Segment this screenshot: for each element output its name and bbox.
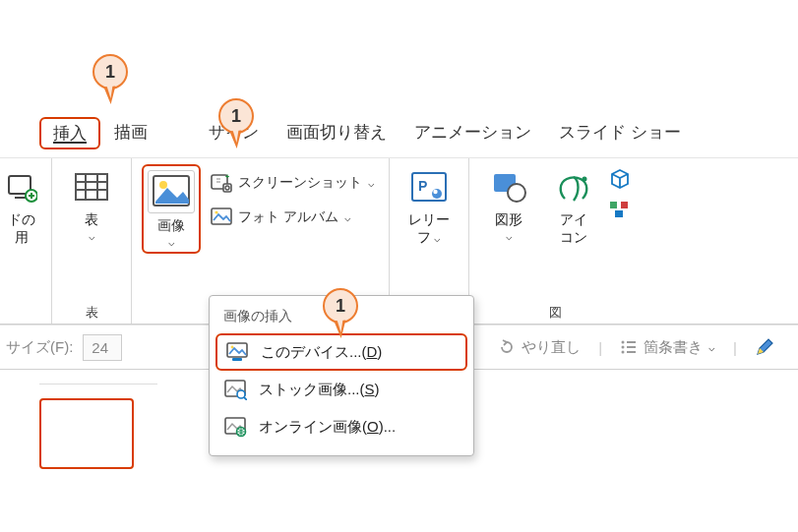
group-label-slides bbox=[20, 307, 24, 322]
tab-animation[interactable]: アニメーション bbox=[400, 117, 545, 149]
svg-point-17 bbox=[583, 177, 587, 182]
icons-label-l1: アイ bbox=[560, 211, 587, 229]
group-slides: ドの 用 bbox=[0, 158, 52, 324]
menu-item-online-images[interactable]: オンライン画像(O)... bbox=[210, 408, 473, 445]
svg-point-16 bbox=[508, 184, 525, 202]
redo-label: やり直し bbox=[522, 338, 581, 357]
menu-item-label: オンライン画像(O)... bbox=[259, 418, 396, 437]
svg-point-4 bbox=[159, 181, 167, 189]
table-label: 表 bbox=[85, 211, 98, 229]
slides-icon bbox=[2, 168, 41, 207]
annotation-number: 1 bbox=[231, 106, 241, 127]
slide-thumbnail-panel bbox=[39, 384, 157, 521]
chevron-down-icon: ⌵ bbox=[344, 214, 351, 221]
shapes-icon bbox=[489, 168, 528, 207]
picture-icon bbox=[148, 170, 195, 213]
images-side-stack: + スクリーンショット ⌵ フォト アルバム ⌵ bbox=[207, 164, 379, 229]
svg-point-10 bbox=[215, 210, 217, 213]
photoalbum-button[interactable]: フォト アルバム ⌵ bbox=[207, 206, 379, 229]
svg-point-21 bbox=[622, 341, 625, 344]
stock-images-icon bbox=[223, 379, 247, 400]
annotation-callout: 1 bbox=[218, 98, 254, 134]
svg-point-23 bbox=[622, 351, 625, 354]
table-button[interactable]: 表 ⌵ bbox=[62, 164, 121, 239]
pen-icon bbox=[755, 337, 774, 357]
tab-slideshow[interactable]: スライド ショー bbox=[545, 117, 695, 149]
relief-button[interactable]: P レリー フ ⌵ bbox=[399, 164, 459, 246]
annotation-number: 1 bbox=[105, 62, 115, 83]
screenshot-button[interactable]: + スクリーンショット ⌵ bbox=[207, 170, 379, 196]
svg-point-22 bbox=[622, 346, 625, 349]
relief-label-l2: フ bbox=[417, 229, 431, 245]
shapes-button[interactable]: 図形 ⌵ bbox=[479, 164, 538, 239]
smartart-icon[interactable] bbox=[609, 200, 631, 219]
draw-button[interactable] bbox=[755, 337, 774, 357]
group-label-illust: 図 bbox=[549, 304, 562, 322]
ribbon-tabs: 挿入 描画 ザイン 画面切り替え アニメーション スライド ショー bbox=[39, 115, 798, 150]
menu-item-label: ストック画像...(S) bbox=[259, 381, 380, 399]
chevron-down-icon: ⌵ bbox=[708, 344, 715, 351]
photoalbum-label: フォト アルバム bbox=[238, 208, 338, 226]
chevron-down-icon: ⌵ bbox=[168, 239, 175, 246]
font-size-input[interactable] bbox=[83, 334, 122, 361]
redo-button[interactable]: やり直し bbox=[498, 338, 581, 357]
svg-point-25 bbox=[231, 346, 234, 349]
images-split-button[interactable]: 画像 ⌵ bbox=[142, 164, 201, 254]
svg-text:+: + bbox=[225, 173, 229, 180]
images-label: 画像 bbox=[157, 217, 185, 235]
group-label-tables: 表 bbox=[86, 304, 98, 322]
svg-rect-6 bbox=[223, 184, 231, 192]
shapes-label: 図形 bbox=[495, 211, 522, 229]
slides-label-l2: 用 bbox=[15, 229, 29, 247]
svg-rect-20 bbox=[615, 210, 623, 217]
svg-point-28 bbox=[237, 390, 245, 398]
svg-text:P: P bbox=[418, 178, 427, 194]
font-size-label: サイズ(F): bbox=[6, 338, 73, 357]
bullets-label: 箇条書き bbox=[644, 338, 703, 357]
relief-label-l1: レリー bbox=[408, 211, 450, 229]
redo-icon bbox=[498, 338, 516, 356]
icons-button[interactable]: アイ コン bbox=[544, 164, 603, 246]
screenshot-icon: + bbox=[211, 172, 232, 194]
svg-point-14 bbox=[433, 190, 437, 194]
icons-icon bbox=[554, 168, 593, 207]
tab-insert[interactable]: 挿入 bbox=[39, 117, 100, 149]
slide-thumbnail[interactable] bbox=[39, 398, 134, 469]
screenshot-label: スクリーンショット bbox=[238, 174, 362, 192]
svg-rect-26 bbox=[232, 358, 242, 361]
svg-rect-19 bbox=[621, 202, 628, 208]
svg-rect-2 bbox=[76, 174, 107, 200]
annotation-number: 1 bbox=[336, 296, 345, 317]
photo-album-icon bbox=[211, 207, 232, 227]
svg-rect-18 bbox=[610, 202, 617, 208]
online-images-icon bbox=[223, 416, 247, 438]
slides-reuse-button[interactable]: ドの 用 bbox=[2, 164, 41, 246]
menu-item-this-device[interactable]: このデバイス...(D) bbox=[215, 333, 467, 371]
menu-item-label: このデバイス...(D) bbox=[261, 343, 382, 362]
group-tables: 表 ⌵ 表 bbox=[52, 158, 132, 324]
bullets-icon bbox=[620, 338, 638, 356]
chevron-down-icon: ⌵ bbox=[368, 180, 375, 187]
icons-label-l2: コン bbox=[560, 229, 587, 247]
chevron-down-icon: ⌵ bbox=[434, 232, 441, 244]
annotation-callout: 1 bbox=[323, 288, 358, 324]
3dmodels-icon[interactable] bbox=[609, 168, 631, 190]
chevron-down-icon: ⌵ bbox=[506, 233, 513, 240]
this-device-icon bbox=[225, 341, 249, 363]
bullets-button[interactable]: 箇条書き ⌵ bbox=[620, 338, 715, 357]
relief-icon: P bbox=[409, 168, 449, 207]
group-illustrations: 図形 ⌵ アイ コン 図 bbox=[469, 158, 641, 324]
tab-draw[interactable]: 描画 bbox=[100, 117, 161, 149]
chevron-down-icon: ⌵ bbox=[89, 233, 95, 240]
menu-item-stock-images[interactable]: ストック画像...(S) bbox=[210, 371, 473, 408]
annotation-callout: 1 bbox=[92, 54, 128, 89]
slides-label-l1: ドの bbox=[8, 211, 35, 229]
table-icon bbox=[72, 168, 111, 207]
illust-right-stack bbox=[609, 164, 631, 219]
tab-transition[interactable]: 画面切り替え bbox=[273, 117, 400, 149]
